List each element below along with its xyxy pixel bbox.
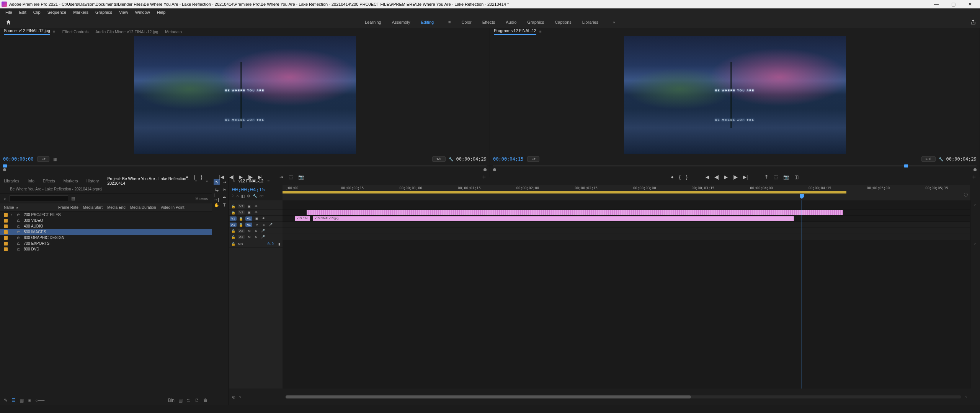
tab-source[interactable]: Source: v12 FINAL-12.jpg bbox=[4, 28, 50, 35]
menu-file[interactable]: File bbox=[2, 9, 15, 15]
track-header-v2[interactable]: 🔒V2▣👁 bbox=[229, 210, 283, 216]
settings-icon[interactable]: ⚙ bbox=[247, 194, 250, 198]
lock-icon[interactable]: 🔒 bbox=[231, 229, 235, 233]
quick-export-button[interactable] bbox=[966, 19, 980, 25]
project-row[interactable]: 🗀600 GRAPHIC DESIGN bbox=[0, 235, 212, 241]
button-editor-icon[interactable]: + bbox=[482, 174, 486, 180]
menu-help[interactable]: Help bbox=[154, 9, 169, 15]
wrench-icon[interactable]: 🔧 bbox=[939, 157, 943, 161]
pen-tool-icon[interactable]: ✒ bbox=[221, 194, 227, 200]
sort-asc-icon[interactable]: ▲ bbox=[16, 206, 19, 209]
source-patch-a1[interactable]: A1 bbox=[230, 223, 237, 227]
snap-icon[interactable]: ⌇ bbox=[232, 194, 234, 198]
project-row[interactable]: 🗀700 EXPORTS bbox=[0, 241, 212, 246]
write-icon[interactable]: ✎ bbox=[4, 398, 8, 403]
program-scrub-bar[interactable] bbox=[493, 164, 977, 171]
razor-tool-icon[interactable]: ✂ bbox=[221, 187, 227, 193]
track-area[interactable]: v13 FIN v13 FINAL-13.jpg bbox=[283, 200, 970, 389]
lock-icon[interactable]: 🔒 bbox=[231, 235, 235, 239]
mark-in-icon[interactable]: { bbox=[679, 174, 681, 180]
track-a3[interactable] bbox=[283, 234, 970, 240]
cc-icon[interactable]: cc bbox=[260, 194, 263, 198]
ws-color[interactable]: Color bbox=[461, 20, 471, 24]
lift-icon[interactable]: ⤒ bbox=[764, 174, 768, 180]
voice-icon[interactable]: 🎤 bbox=[261, 235, 265, 239]
menu-view[interactable]: View bbox=[116, 9, 131, 15]
zoom-slider[interactable]: ○── bbox=[35, 398, 44, 403]
menu-graphics[interactable]: Graphics bbox=[92, 9, 115, 15]
col-video-in[interactable]: Video In Point bbox=[161, 205, 185, 210]
menu-window[interactable]: Window bbox=[132, 9, 153, 15]
hand-tool-icon[interactable]: ✋ bbox=[214, 202, 220, 208]
solo-button[interactable]: S bbox=[254, 229, 258, 233]
track-header-mix[interactable]: 🔒Mix0.0▮ bbox=[229, 240, 283, 248]
timeline-horizontal-scrollbar[interactable] bbox=[286, 395, 961, 398]
mark-out-icon[interactable]: } bbox=[686, 174, 688, 180]
track-header-a1[interactable]: A1🔒A1MS🎤 bbox=[229, 222, 283, 228]
mark-out-icon[interactable]: } bbox=[201, 174, 202, 180]
ws-graphics[interactable]: Graphics bbox=[527, 20, 544, 24]
menu-clip[interactable]: Clip bbox=[30, 9, 44, 15]
ws-editing[interactable]: Editing bbox=[421, 20, 434, 24]
program-fit-dropdown[interactable]: Fit bbox=[527, 156, 539, 162]
minimize-button[interactable]: — bbox=[928, 0, 945, 8]
lock-icon[interactable]: 🔒 bbox=[231, 211, 235, 215]
timeline-ruler[interactable]: ;00;00 00;00;00;15 00;00;01;00 00;00;01;… bbox=[283, 185, 970, 200]
eye-icon[interactable]: 👁 bbox=[254, 205, 258, 208]
video-clip[interactable]: v13 FINAL-13.jpg bbox=[313, 216, 794, 221]
overwrite-icon[interactable]: ⬚ bbox=[289, 174, 293, 180]
project-row[interactable]: 🗀500 IMAGES bbox=[0, 229, 212, 235]
eye-icon[interactable]: 👁 bbox=[261, 217, 266, 220]
lock-icon[interactable]: 🔒 bbox=[231, 205, 235, 208]
zoom-v-icon[interactable]: ○ bbox=[970, 242, 980, 246]
col-frame-rate[interactable]: Frame Rate bbox=[58, 205, 78, 210]
step-back-icon[interactable]: ◀| bbox=[229, 174, 234, 180]
mute-button[interactable]: M bbox=[247, 235, 252, 239]
track-a1[interactable] bbox=[283, 222, 970, 228]
maximize-button[interactable]: ▢ bbox=[945, 0, 962, 8]
new-item-icon[interactable]: 🗋 bbox=[195, 398, 199, 403]
track-a2[interactable] bbox=[283, 228, 970, 234]
export-frame-icon[interactable]: 📷 bbox=[298, 174, 304, 180]
playhead[interactable] bbox=[802, 200, 802, 389]
lock-icon[interactable]: 🔒 bbox=[231, 242, 235, 246]
solo-button[interactable]: S bbox=[261, 223, 266, 226]
project-row[interactable]: 🗀400 AUDIO bbox=[0, 223, 212, 229]
add-marker-icon[interactable]: ● bbox=[186, 174, 188, 180]
eye-icon[interactable]: 👁 bbox=[254, 211, 258, 214]
col-media-end[interactable]: Media End bbox=[107, 205, 126, 210]
ripple-tool-icon[interactable]: ⇆ bbox=[214, 187, 220, 193]
tab-audio-clip-mixer[interactable]: Audio Clip Mixer: v12 FINAL-12.jpg bbox=[95, 29, 158, 34]
ws-overflow-icon[interactable]: » bbox=[613, 20, 615, 24]
ws-learning[interactable]: Learning bbox=[365, 20, 381, 24]
add-marker-icon[interactable]: ● bbox=[671, 174, 674, 180]
ws-audio[interactable]: Audio bbox=[506, 20, 516, 24]
zoom-scroll-icon[interactable] bbox=[964, 193, 968, 197]
wrench-icon[interactable]: 🔧 bbox=[449, 157, 453, 161]
project-search-input[interactable] bbox=[10, 195, 68, 202]
solo-button[interactable]: S bbox=[254, 235, 258, 239]
step-back-icon[interactable]: ◀| bbox=[714, 174, 719, 180]
col-media-start[interactable]: Media Start bbox=[83, 205, 103, 210]
step-forward-icon[interactable]: |▶ bbox=[733, 174, 738, 180]
menu-edit[interactable]: Edit bbox=[16, 9, 29, 15]
program-resolution-dropdown[interactable]: Full bbox=[921, 156, 936, 162]
track-v2[interactable] bbox=[283, 210, 970, 216]
lock-icon[interactable]: 🔒 bbox=[239, 223, 243, 227]
freeform-view-icon[interactable]: ⊞ bbox=[28, 398, 31, 403]
source-resolution-dropdown[interactable]: 1/2 bbox=[432, 156, 446, 162]
source-timecode[interactable]: 00;00;00;00 bbox=[3, 156, 33, 162]
marker-icon[interactable]: ◧ bbox=[241, 194, 245, 198]
col-media-duration[interactable]: Media Duration bbox=[130, 205, 156, 210]
track-header-a2[interactable]: 🔒A2MS🎤 bbox=[229, 228, 283, 234]
ws-effects[interactable]: Effects bbox=[482, 20, 495, 24]
project-row[interactable]: 🗀300 VIDEO bbox=[0, 218, 212, 223]
tab-source-menu-icon[interactable]: ≡ bbox=[53, 29, 56, 34]
mark-in-icon[interactable]: { bbox=[194, 174, 195, 180]
track-header-v1[interactable]: V1🔒V1▣👁 bbox=[229, 216, 283, 222]
comparison-view-icon[interactable]: ◫ bbox=[794, 174, 799, 180]
mute-button[interactable]: M bbox=[255, 223, 259, 226]
go-to-in-icon[interactable]: |◀ bbox=[704, 174, 709, 180]
list-view-icon[interactable]: ☰ bbox=[11, 398, 16, 403]
tl-settings-icon[interactable]: ⊕ bbox=[232, 395, 235, 400]
